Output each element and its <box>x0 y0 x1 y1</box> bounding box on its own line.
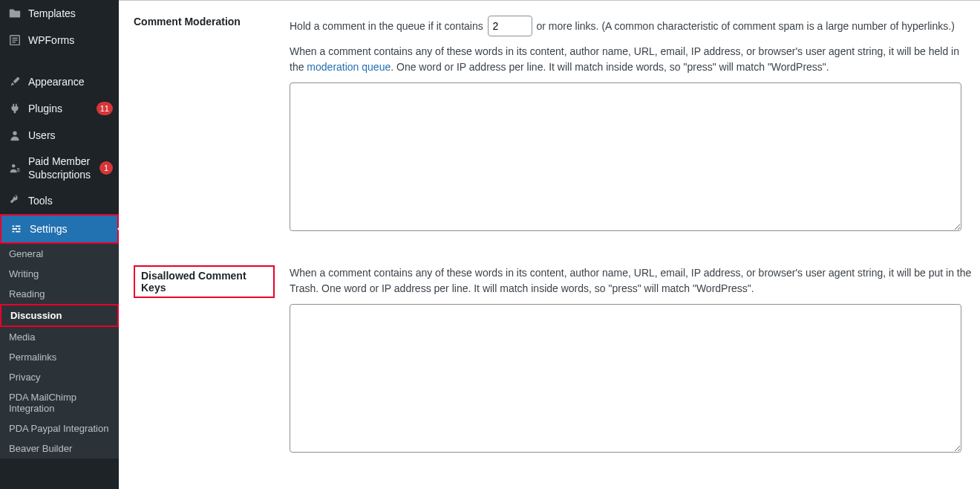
sidebar-item-templates[interactable]: Templates <box>0 0 119 27</box>
submenu-media[interactable]: Media <box>0 327 119 347</box>
form-icon <box>7 33 22 48</box>
disallowed-keys-heading: Disallowed Comment Keys <box>119 250 282 472</box>
sidebar-item-plugins[interactable]: Plugins 11 <box>0 95 119 122</box>
sidebar-item-label: Paid Member Subscriptions <box>28 155 97 181</box>
sidebar-item-appearance[interactable]: Appearance <box>0 68 119 95</box>
sidebar-item-tools[interactable]: Tools <box>0 187 119 214</box>
sidebar-item-settings[interactable]: Settings <box>1 216 117 242</box>
user-icon <box>7 128 22 143</box>
comment-moderation-heading: Comment Moderation <box>119 1 282 250</box>
sidebar-item-label: Tools <box>28 194 113 207</box>
sidebar-item-users[interactable]: Users <box>0 122 119 149</box>
sidebar-item-label: WPForms <box>28 33 113 47</box>
wrench-icon <box>7 193 22 208</box>
submenu-permalinks[interactable]: Permalinks <box>0 347 119 367</box>
submenu-discussion[interactable]: Discussion <box>1 305 117 326</box>
disallowed-keys-textarea[interactable] <box>290 304 961 453</box>
sidebar-item-paid-member[interactable]: $ Paid Member Subscriptions 1 <box>0 149 119 187</box>
settings-submenu: General Writing Reading Discussion Media… <box>0 244 119 459</box>
svg-point-5 <box>12 164 16 168</box>
submenu-pda-mailchimp[interactable]: PDA MailChimp Integration <box>0 387 119 418</box>
badge-count: 11 <box>97 102 113 115</box>
sidebar-item-label: Appearance <box>28 75 113 88</box>
settings-form-table: Comment Moderation Hold a comment in the… <box>119 1 980 472</box>
moderation-links-input[interactable] <box>488 16 532 36</box>
disallowed-description: When a comment contains any of these wor… <box>290 265 973 297</box>
sidebar-item-label: Users <box>28 129 113 142</box>
folder-icon <box>7 6 22 21</box>
moderation-queue-link[interactable]: moderation queue <box>307 61 391 73</box>
plug-icon <box>7 101 22 116</box>
sidebar-item-label: Settings <box>30 222 111 236</box>
moderation-description: When a comment contains any of these wor… <box>290 44 973 75</box>
svg-text:$: $ <box>17 166 20 173</box>
brush-icon <box>7 74 22 89</box>
badge-count: 1 <box>99 161 113 175</box>
moderation-links-row: Hold a comment in the queue if it contai… <box>290 16 973 36</box>
member-icon: $ <box>7 161 22 175</box>
moderation-keys-textarea[interactable] <box>290 82 961 231</box>
main-content: Comment Moderation Hold a comment in the… <box>119 0 980 489</box>
sliders-icon <box>9 221 24 236</box>
sidebar-item-label: Plugins <box>28 102 94 115</box>
submenu-writing[interactable]: Writing <box>0 264 119 284</box>
submenu-reading[interactable]: Reading <box>0 284 119 304</box>
submenu-pda-paypal[interactable]: PDA Paypal Integration <box>0 418 119 438</box>
submenu-beaver[interactable]: Beaver Builder <box>0 438 119 459</box>
submenu-privacy[interactable]: Privacy <box>0 367 119 387</box>
admin-sidebar: Templates WPForms Appearance Plugins 11 … <box>0 0 119 489</box>
active-arrow-icon <box>117 223 119 235</box>
sidebar-item-label: Templates <box>28 7 113 20</box>
sidebar-item-wpforms[interactable]: WPForms <box>0 27 119 54</box>
svg-point-4 <box>13 132 16 135</box>
submenu-general[interactable]: General <box>0 244 119 264</box>
